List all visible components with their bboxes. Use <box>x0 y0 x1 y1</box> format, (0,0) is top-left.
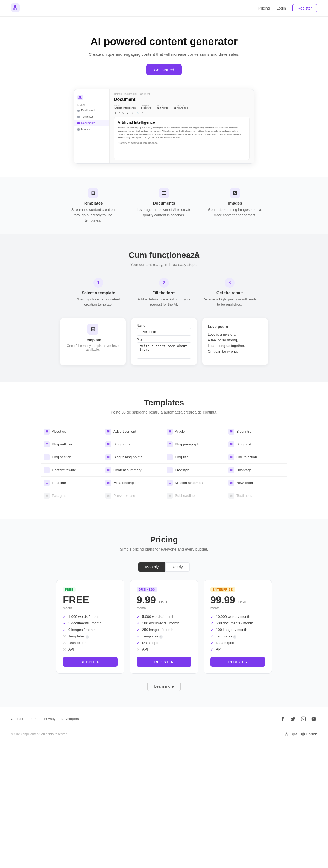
check-icon: ✓ <box>210 621 214 625</box>
templates-subtitle: Peste 30 de șabloane pentru a automatiza… <box>11 410 317 414</box>
template-cell[interactable]: ⊞Blog post <box>226 438 287 451</box>
facebook-icon[interactable] <box>279 716 286 722</box>
check-icon: ✓ <box>63 628 66 632</box>
template-cell-icon: ⊞ <box>44 441 50 447</box>
pricing-subtitle: Simple pricing plans for everyone and ev… <box>5 547 323 552</box>
pricing-register-button[interactable]: REGISTER <box>63 657 118 667</box>
template-cell-icon: ⊞ <box>167 480 173 486</box>
template-cell[interactable]: ⊞Content rewrite <box>41 464 102 476</box>
demo-images-icon <box>77 128 80 130</box>
template-cell-icon: ⊞ <box>105 467 111 473</box>
sun-icon <box>285 732 288 736</box>
pricing-period: month <box>63 606 118 610</box>
template-cell[interactable]: ⊞Blog outro <box>102 438 164 451</box>
template-cell[interactable]: ⊞Article <box>164 425 226 438</box>
template-row: ⊞Content rewrite⊞Content summary⊞Freesty… <box>41 464 287 476</box>
demo-card-template: ⊞ Template One of the many templates we … <box>60 318 126 365</box>
template-cell[interactable]: ⊞Testimonial <box>226 490 287 502</box>
svg-point-11 <box>286 733 287 735</box>
check-icon: ✓ <box>63 615 66 619</box>
toggle-yearly[interactable]: Yearly <box>166 562 189 572</box>
step-3-number: 3 <box>225 278 235 288</box>
feature-text: 100 documents / month <box>142 621 179 625</box>
template-cell[interactable]: ⊞Blog section <box>41 451 102 464</box>
feature-text: API <box>68 647 74 651</box>
demo-sidebar-templates: Templates <box>74 114 109 120</box>
template-cell[interactable]: ⊞Freestyle <box>164 464 226 476</box>
template-cell[interactable]: ⊞Call to action <box>226 451 287 464</box>
pricing-toggle: Monthly Yearly <box>5 562 323 572</box>
demo-meta-words-label: Words <box>157 104 168 106</box>
template-cell[interactable]: ⊞Headline <box>41 476 102 489</box>
pricing-title: Pricing <box>5 535 323 544</box>
template-cell[interactable]: ⊞About us <box>41 425 102 438</box>
template-row: ⊞About us⊞Advertisement⊞Article⊞Blog int… <box>41 425 287 438</box>
pricing-card-enterprise: ENTERPRISE 99.99 USD month ✓ 10,000 word… <box>204 580 272 674</box>
nav-pricing[interactable]: Pricing <box>258 6 270 10</box>
language-setting[interactable]: English <box>301 732 317 736</box>
pricing-feature: ✓ 100 documents / month <box>137 621 191 625</box>
cross-icon: ✕ <box>137 647 140 652</box>
pricing-feature: ✕ Data export <box>63 641 118 645</box>
demo-meta-created-value: 31 hours ago <box>174 106 188 109</box>
template-cell[interactable]: ⊞Advertisement <box>102 425 164 438</box>
demo-meta-created-label: Created at <box>174 104 188 106</box>
result-line: A feeling so strong, <box>208 338 262 343</box>
nav-logo <box>11 3 20 13</box>
pricing-register-button[interactable]: REGISTER <box>210 657 265 667</box>
template-cell[interactable]: ⊞Meta description <box>102 476 164 489</box>
hero-cta-button[interactable]: Get started <box>146 64 182 75</box>
pricing-feature: ✕ Templates ℹ <box>63 634 118 639</box>
template-cell[interactable]: ⊞Hashtags <box>226 464 287 476</box>
template-cell[interactable]: ⊞Blog title <box>164 451 226 464</box>
pricing-feature: ✓ 0 images / month <box>63 628 118 632</box>
demo-sidebar: MENU Dashboard Templates Documents Image… <box>74 89 110 163</box>
pricing-feature: ✕ API <box>137 647 191 652</box>
theme-label: Light <box>290 732 297 736</box>
template-cell[interactable]: ⊞Blog paragraph <box>164 438 226 451</box>
check-icon: ✓ <box>137 615 140 619</box>
pricing-feature: ✓ 5,000 words / month <box>137 615 191 619</box>
demo-doc-title: Document <box>114 97 249 102</box>
twitter-icon[interactable] <box>290 716 296 722</box>
nav-login[interactable]: Login <box>277 6 286 10</box>
instagram-icon[interactable] <box>300 716 307 722</box>
feature-templates-title: Templates <box>66 201 120 206</box>
check-icon: ✓ <box>210 641 214 645</box>
cross-icon: ✕ <box>63 641 66 645</box>
learn-more-button[interactable]: Learn more <box>147 682 181 691</box>
toggle-monthly[interactable]: Monthly <box>138 562 166 572</box>
template-cell[interactable]: ⊞Blog talking points <box>102 451 164 464</box>
template-cell[interactable]: ⊞Content summary <box>102 464 164 476</box>
template-cell[interactable]: ⊞Blog intro <box>226 425 287 438</box>
footer-privacy[interactable]: Privacy <box>44 717 56 721</box>
form-name-input[interactable] <box>137 328 191 336</box>
feature-templates: ⊞ Templates Streamline content creation … <box>66 188 120 223</box>
demo-meta-row: Name Artificial Intelligence Template Fr… <box>114 104 249 109</box>
template-cell[interactable]: ⊞Paragraph <box>41 490 102 502</box>
template-cell[interactable]: ⊞Press release <box>102 490 164 502</box>
tool-link: 🔗 <box>136 112 140 115</box>
template-cell[interactable]: ⊞Newsletter <box>226 476 287 489</box>
template-cell[interactable]: ⊞Mission statement <box>164 476 226 489</box>
nav-register-button[interactable]: Register <box>293 4 317 12</box>
footer-contact[interactable]: Contact <box>11 717 23 721</box>
step-3-title: Get the result <box>202 290 257 295</box>
youtube-icon[interactable] <box>310 716 317 722</box>
footer-terms[interactable]: Terms <box>29 717 38 721</box>
theme-setting[interactable]: Light <box>285 732 297 736</box>
template-cell-icon: ⊞ <box>167 454 173 460</box>
template-cell[interactable]: ⊞Subheadline <box>164 490 226 502</box>
template-cell-icon: ⊞ <box>228 467 234 473</box>
svg-rect-8 <box>301 717 306 721</box>
template-cell-icon: ⊞ <box>44 493 50 499</box>
template-cell[interactable]: ⊞Blog outlines <box>41 438 102 451</box>
template-cell-icon: ⊞ <box>44 467 50 473</box>
pricing-badge: ENTERPRISE <box>210 588 235 592</box>
form-prompt-textarea[interactable]: Write a short poem about love. <box>137 342 191 359</box>
footer-developers[interactable]: Developers <box>61 717 79 721</box>
pricing-register-button[interactable]: REGISTER <box>137 657 191 667</box>
feature-text: Data export <box>216 641 234 645</box>
templates-grid: ⊞About us⊞Advertisement⊞Article⊞Blog int… <box>41 425 287 502</box>
template-cell-icon: ⊞ <box>228 429 234 435</box>
